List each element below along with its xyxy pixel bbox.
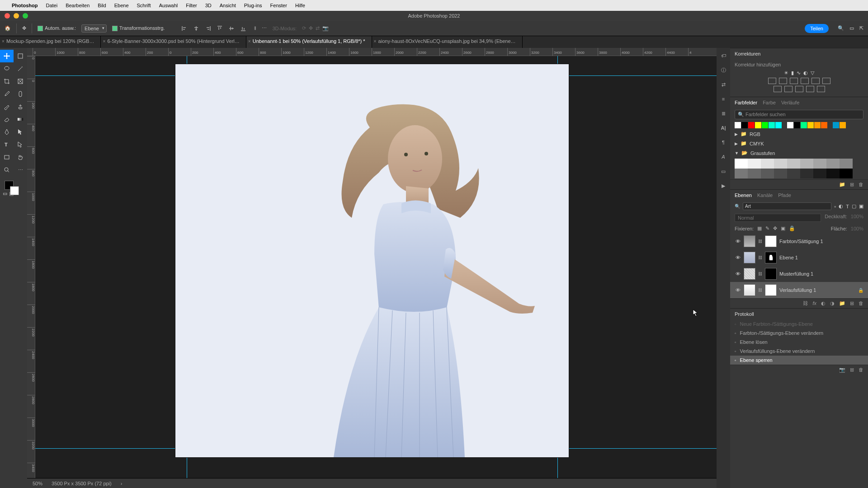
channel-mixer-icon[interactable] [811, 78, 820, 84]
background-color[interactable] [10, 186, 19, 195]
align-center-v-icon[interactable] [226, 23, 237, 33]
menu-item[interactable]: Filter [186, 3, 197, 8]
levels-icon[interactable]: ▮ [791, 70, 794, 76]
horizontal-ruler[interactable]: 0100080060040020002004006008001000120014… [27, 48, 717, 56]
swatch[interactable] [761, 159, 774, 169]
link-icon[interactable]: ⛓ [758, 288, 762, 292]
fill-value[interactable]: 100% [851, 226, 863, 231]
gradient-map-icon[interactable] [806, 86, 814, 92]
align-right-icon[interactable] [203, 23, 213, 33]
auto-select-checkbox[interactable]: Autom. ausw.: [38, 25, 76, 31]
mask-thumbnail[interactable] [765, 235, 777, 247]
swatch[interactable] [813, 169, 826, 178]
menu-item[interactable]: Fenster [270, 3, 287, 8]
path-selection-tool[interactable] [14, 126, 27, 138]
panel-icon[interactable]: ▶ [719, 182, 727, 190]
mask-icon[interactable]: ◐ [821, 300, 826, 306]
swatch[interactable] [735, 122, 741, 128]
layer-row[interactable]: 👁⛓Musterfüllung 1 [730, 266, 868, 282]
vibrance-icon[interactable]: ▽ [811, 70, 814, 76]
visibility-icon[interactable]: 👁 [735, 255, 741, 260]
swatch[interactable] [787, 169, 800, 178]
folder[interactable]: ▼📂 Graustufen [730, 148, 868, 158]
swatch[interactable] [769, 122, 775, 128]
history-item[interactable]: ▫ Ebene lösen [730, 338, 868, 347]
history-item[interactable]: ▫ Farbton-/Sättigungs-Ebene verändern [730, 328, 868, 338]
new-snapshot-icon[interactable]: 📷 [839, 367, 845, 373]
swatch[interactable] [801, 122, 807, 128]
canvas[interactable] [35, 56, 717, 478]
layer-filter-dropdown[interactable]: Art [743, 202, 831, 210]
new-group-icon[interactable]: 📁 [839, 182, 845, 188]
window-close-button[interactable] [5, 13, 10, 19]
brush-tool[interactable] [0, 100, 14, 113]
swatch[interactable] [762, 122, 768, 128]
visibility-icon[interactable]: 👁 [735, 239, 741, 244]
panel-icon[interactable]: ¶ [719, 138, 727, 146]
mask-thumbnail[interactable] [765, 252, 777, 263]
adjustment-icon[interactable]: ◑ [830, 300, 835, 306]
menu-item[interactable]: Bearbeiten [66, 3, 90, 8]
swatch[interactable] [787, 159, 800, 169]
app-name[interactable]: Photoshop [12, 3, 38, 8]
layers-tab[interactable]: Ebenen [735, 192, 752, 198]
panel-icon[interactable]: ⓘ [719, 66, 727, 74]
fx-icon[interactable]: fx [812, 300, 816, 306]
folder[interactable]: ▶📁 RGB [730, 129, 868, 139]
filter-type-icon[interactable]: T [846, 204, 849, 209]
layer-thumbnail[interactable] [744, 252, 755, 263]
filter-adj-icon[interactable]: ◐ [839, 203, 843, 209]
menu-item[interactable]: Datei [46, 3, 57, 8]
align-center-h-icon[interactable] [191, 23, 202, 33]
panel-icon[interactable]: A| [719, 124, 727, 132]
swatch[interactable] [807, 122, 814, 128]
swatch[interactable] [814, 122, 821, 128]
swatch[interactable] [826, 159, 840, 169]
new-layer-icon[interactable]: ⊞ [850, 300, 854, 306]
delete-icon[interactable]: 🗑 [859, 182, 863, 188]
layer-row[interactable]: 👁⛓Ebene 1 [730, 249, 868, 266]
status-chevron-icon[interactable]: › [121, 481, 123, 486]
swatch[interactable] [794, 122, 800, 128]
color-picker[interactable] [0, 178, 27, 199]
layer-thumbnail[interactable] [744, 235, 755, 247]
swatch[interactable] [833, 122, 839, 128]
layer-thumbnail[interactable] [744, 284, 755, 296]
invert-icon[interactable] [774, 86, 782, 92]
bw-icon[interactable] [790, 78, 798, 84]
menu-item[interactable]: Ansicht [220, 3, 236, 8]
document-tab[interactable]: ×aiony-haust-8OxVecNEuCQ-unsplash.jpg be… [372, 36, 523, 48]
hand-tool[interactable] [14, 151, 27, 164]
panel-icon[interactable]: ⇄ [719, 80, 727, 89]
visibility-icon[interactable]: 👁 [735, 271, 741, 277]
swatch[interactable] [774, 159, 787, 169]
panel-icon[interactable]: A [719, 153, 727, 161]
panel-icon[interactable]: 🏷 [719, 52, 727, 60]
menu-item[interactable]: Schrift [137, 3, 151, 8]
delete-state-icon[interactable]: 🗑 [859, 367, 863, 373]
color-balance-icon[interactable] [779, 78, 787, 84]
new-swatch-icon[interactable]: ⊞ [850, 182, 854, 188]
swatch[interactable] [800, 169, 813, 178]
swatch[interactable] [761, 169, 774, 178]
swatch[interactable] [787, 122, 793, 128]
menu-item[interactable]: Plug-ins [244, 3, 262, 8]
swatch[interactable] [741, 122, 748, 128]
align-left-icon[interactable] [179, 23, 190, 33]
close-tab-icon[interactable]: × [374, 39, 377, 44]
swatches-search-input[interactable]: 🔍 Farbfelder suchen [735, 110, 863, 119]
artboard-tool[interactable] [14, 50, 27, 62]
layer-row[interactable]: 👁⛓Verlaufsfüllung 1🔒 [730, 282, 868, 298]
swatch[interactable] [800, 159, 813, 169]
blend-mode-dropdown[interactable]: Normal [735, 214, 821, 222]
swatch[interactable] [748, 159, 761, 169]
link-icon[interactable]: ⛓ [758, 239, 762, 244]
swatch[interactable] [821, 122, 827, 128]
direct-selection-tool[interactable] [14, 138, 27, 151]
swatch[interactable] [748, 122, 755, 128]
history-item[interactable]: ▫ Ebene sperren [730, 356, 868, 365]
opacity-value[interactable]: 100% [851, 214, 863, 222]
visibility-icon[interactable]: 👁 [735, 287, 741, 293]
hue-sat-icon[interactable] [768, 78, 776, 84]
menu-item[interactable]: Hilfe [295, 3, 305, 8]
